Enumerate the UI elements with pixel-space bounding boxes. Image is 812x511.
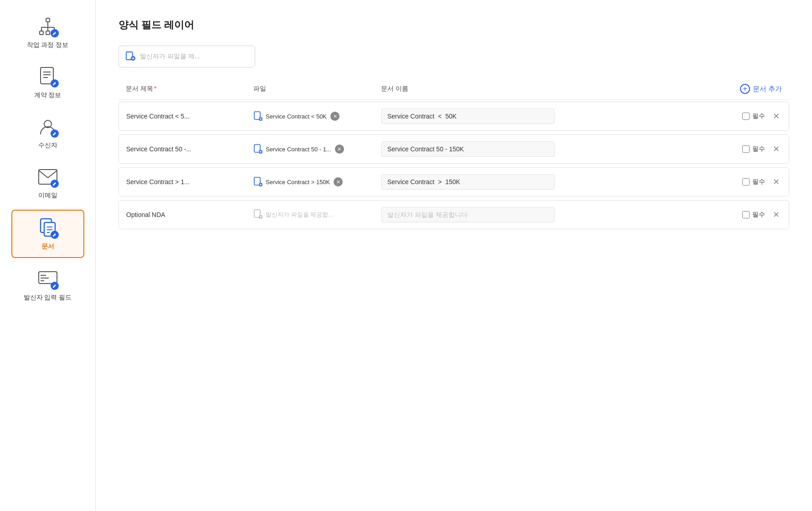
file-placeholder-text: 발신자가 파일을 제공합...	[266, 211, 333, 219]
file-remove-button[interactable]: ✕	[335, 145, 344, 154]
document-table: Service Contract < 5... Service Contract…	[118, 102, 789, 233]
row-title-cell: Optional NDA	[126, 211, 254, 219]
sidebar-item-label: 작업 과정 정보	[27, 41, 69, 49]
required-label: 필수	[752, 145, 765, 153]
sender-edit-badge	[51, 282, 59, 290]
required-label: 필수	[752, 178, 765, 186]
row-actions: 필수 ✕	[742, 176, 781, 187]
required-checkbox[interactable]	[742, 178, 750, 186]
row-title: Optional NDA	[126, 211, 165, 218]
table-row: Service Contract > 1... Service Contract…	[118, 167, 789, 196]
remove-row-button[interactable]: ✕	[771, 176, 781, 187]
file-name: Service Contract < 50K	[266, 113, 327, 120]
doc-name-input[interactable]	[381, 141, 555, 157]
row-title: Service Contract < 5...	[126, 113, 190, 120]
row-actions: 필수 ✕	[742, 209, 781, 220]
svg-rect-1	[40, 31, 43, 35]
row-name-cell	[381, 207, 733, 222]
required-checkbox-group: 필수	[742, 178, 765, 186]
add-document-button[interactable]: + 문서 추가	[740, 84, 782, 94]
row-title-cell: Service Contract > 1...	[126, 178, 254, 186]
workflow-icon	[37, 15, 59, 37]
sidebar-item-label: 발신자 입력 필드	[24, 294, 72, 302]
add-doc-plus-icon: +	[740, 84, 750, 94]
row-file-cell: 발신자가 파일을 제공합...	[254, 209, 381, 221]
column-file-header: 파일	[253, 85, 381, 93]
remove-row-button[interactable]: ✕	[771, 209, 781, 220]
file-placeholder: 발신자가 파일을 제공합...	[254, 209, 333, 221]
sender-field-icon	[37, 268, 59, 290]
add-doc-label: 문서 추가	[753, 85, 782, 93]
row-title: Service Contract > 1...	[126, 178, 190, 186]
file-remove-button[interactable]: ✕	[334, 177, 343, 186]
remove-row-button[interactable]: ✕	[771, 111, 781, 122]
required-checkbox-group: 필수	[742, 112, 765, 120]
sidebar-item-label: 문서	[41, 243, 54, 251]
document-icon	[37, 217, 59, 239]
file-placeholder-icon	[254, 209, 263, 221]
file-icon	[254, 111, 263, 121]
file-icon	[254, 144, 263, 154]
workflow-edit-badge	[51, 29, 59, 37]
remove-row-button[interactable]: ✕	[771, 144, 781, 155]
upload-placeholder: 발신자가 파일을 제...	[140, 52, 200, 61]
contract-edit-badge	[51, 79, 59, 88]
row-actions: 필수 ✕	[742, 111, 781, 122]
file-chip: Service Contract 50 - 1...	[254, 144, 331, 154]
main-content: 양식 필드 레이어 발신자가 파일을 제... 문서 제목* 파일 문서 이름 …	[96, 0, 812, 511]
upload-icon	[125, 51, 135, 62]
row-name-cell	[381, 174, 733, 190]
file-name: Service Contract > 150K	[266, 179, 330, 186]
file-upload-input[interactable]: 발신자가 파일을 제...	[118, 46, 255, 67]
table-header: 문서 제목* 파일 문서 이름 + 문서 추가	[118, 84, 789, 100]
file-name: Service Contract 50 - 1...	[266, 146, 331, 153]
email-icon	[37, 166, 59, 188]
row-file-cell: Service Contract < 50K ✕	[254, 111, 381, 121]
sidebar-item-contract-info[interactable]: 계약 정보	[11, 59, 84, 106]
recipient-icon	[37, 116, 59, 138]
column-title-header: 문서 제목*	[126, 85, 253, 93]
svg-rect-2	[46, 31, 50, 35]
required-label: 필수	[752, 112, 765, 120]
file-icon	[254, 177, 263, 187]
file-chip: Service Contract < 50K	[254, 111, 327, 121]
recipient-edit-badge	[51, 129, 59, 138]
sidebar-item-workflow-info[interactable]: 작업 과정 정보	[11, 9, 84, 56]
row-title-cell: Service Contract 50 -...	[126, 145, 254, 153]
required-checkbox[interactable]	[742, 113, 750, 120]
contract-icon	[37, 66, 59, 88]
doc-name-input[interactable]	[381, 174, 555, 190]
required-checkbox-group: 필수	[742, 211, 765, 219]
required-checkbox[interactable]	[742, 211, 750, 218]
sidebar-item-label: 수신자	[38, 141, 57, 150]
table-row: Service Contract < 5... Service Contract…	[118, 102, 789, 131]
file-remove-button[interactable]: ✕	[330, 112, 339, 121]
sidebar: 작업 과정 정보 계약 정보 수신자	[0, 0, 96, 511]
doc-name-input[interactable]	[381, 108, 555, 124]
email-edit-badge	[51, 180, 59, 188]
svg-rect-0	[46, 18, 50, 22]
row-actions: 필수 ✕	[742, 144, 781, 155]
sidebar-item-document[interactable]: 문서	[11, 210, 84, 258]
table-row: Optional NDA 발신자가 파일을 제공합...	[118, 200, 789, 229]
row-file-cell: Service Contract > 150K ✕	[254, 177, 381, 187]
document-edit-badge	[51, 231, 59, 239]
required-label: 필수	[752, 211, 765, 219]
sidebar-item-recipient[interactable]: 수신자	[11, 109, 84, 156]
required-checkbox[interactable]	[742, 145, 750, 153]
doc-name-input[interactable]	[381, 207, 555, 222]
sidebar-item-sender-field[interactable]: 발신자 입력 필드	[11, 262, 84, 308]
column-name-header: 문서 이름	[381, 85, 740, 93]
row-file-cell: Service Contract 50 - 1... ✕	[254, 144, 381, 154]
sidebar-item-label: 이메일	[38, 191, 57, 200]
required-checkbox-group: 필수	[742, 145, 765, 153]
row-title: Service Contract 50 -...	[126, 145, 191, 153]
table-row: Service Contract 50 -... Service Contrac…	[118, 134, 789, 164]
row-name-cell	[381, 141, 733, 157]
file-chip: Service Contract > 150K	[254, 177, 330, 187]
sidebar-item-email[interactable]: 이메일	[11, 160, 84, 206]
row-name-cell	[381, 108, 733, 124]
page-title: 양식 필드 레이어	[118, 18, 789, 32]
row-title-cell: Service Contract < 5...	[126, 112, 254, 120]
sidebar-item-label: 계약 정보	[34, 91, 62, 99]
